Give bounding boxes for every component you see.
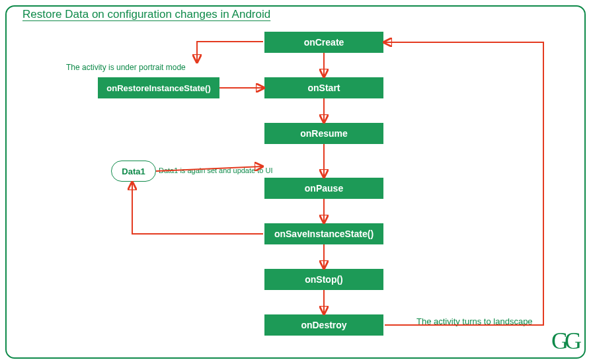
data-node: Data1 [111, 161, 156, 182]
node-onrestore: onRestoreInstanceState() [98, 77, 219, 98]
node-onresume: onResume [264, 123, 383, 144]
label-portrait: The activity is under portrait mode [66, 63, 186, 72]
diagram-title: Restore Data on configuration changes in… [22, 8, 270, 21]
label-data-update: Data1 is again set and update to UI [159, 166, 272, 174]
node-oncreate: onCreate [264, 32, 383, 53]
node-onsave: onSaveInstanceState() [264, 223, 383, 244]
node-ondestroy: onDestroy [264, 314, 383, 336]
geeksforgeeks-logo: GG [551, 327, 578, 355]
node-onpause: onPause [264, 178, 383, 199]
node-onstart: onStart [264, 77, 383, 98]
node-onstop: onStop() [264, 269, 383, 290]
label-landscape: The activity turns to landscape [416, 316, 533, 326]
